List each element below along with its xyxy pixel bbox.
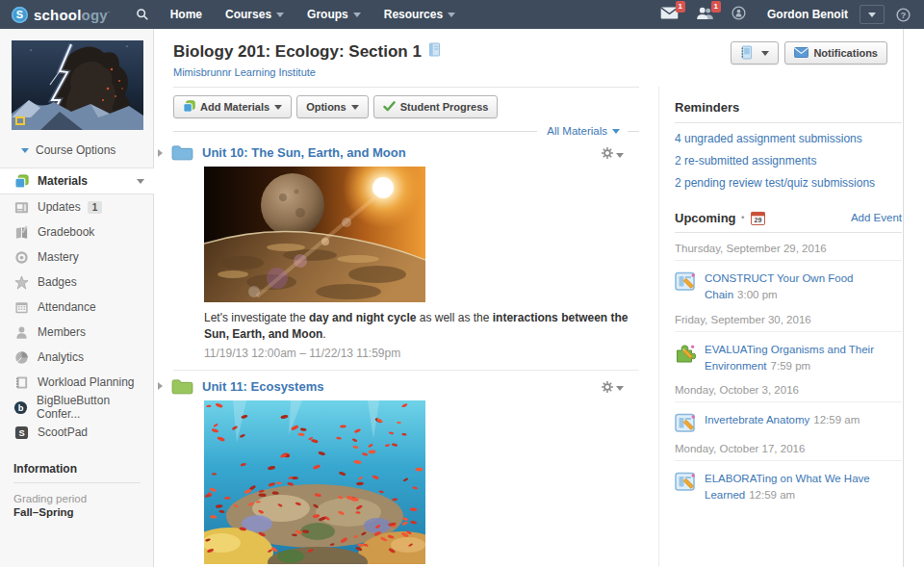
messages-icon[interactable]: 1 — [660, 6, 679, 23]
folder-blue-icon[interactable] — [171, 144, 193, 161]
materials-icon — [13, 173, 29, 189]
check-icon — [383, 101, 396, 114]
upcoming-date-group: Monday, October 3, 2016Invertebrate Anat… — [675, 374, 902, 433]
analytics-icon — [13, 349, 29, 365]
notifications-button[interactable]: Notifications — [784, 41, 887, 64]
nav-item-courses[interactable]: Courses — [225, 8, 284, 21]
sidebar-item-scootpad[interactable]: SScootPad — [0, 420, 153, 445]
primary-nav: HomeCoursesGroupsResources — [170, 8, 478, 21]
unit-date-range: 11/19/13 12:00am – 11/22/13 11:59pm — [204, 347, 639, 360]
sidebar-item-badges[interactable]: Badges — [0, 270, 153, 295]
sidebar-item-gradebook[interactable]: Gradebook — [0, 219, 153, 245]
sidebar-item-members[interactable]: Members — [0, 320, 153, 345]
header-buttons: Notifications — [731, 41, 887, 64]
envelope-blue-icon — [794, 47, 808, 60]
sidebar-item-bigbluebutton-confer[interactable]: bBigBlueButton Confer... — [0, 395, 153, 420]
upcoming-date-group: Thursday, September 29, 2016CONSTRUCT Yo… — [675, 233, 902, 304]
material-folder-row: Unit 10: The Sun, Earth, and Moon — [158, 144, 639, 161]
add-materials-button[interactable]: Add Materials — [173, 95, 292, 118]
unit-folder-link[interactable]: Unit 11: Ecosystems — [202, 379, 323, 394]
nav-item-resources[interactable]: Resources — [384, 8, 455, 21]
connections-badge: 1 — [711, 1, 721, 13]
chevron-down-icon — [276, 13, 284, 17]
sidebar-item-label: Badges — [38, 275, 77, 289]
help-icon[interactable]: ? — [896, 8, 911, 22]
search-icon[interactable] — [136, 8, 149, 21]
assignment-icon — [675, 412, 696, 433]
folder-green-icon[interactable] — [171, 378, 193, 395]
sidebar-item-label: Attendance — [38, 300, 96, 314]
puzzle-icon — [675, 342, 696, 363]
notebook-icon — [740, 45, 753, 62]
course-photo — [12, 40, 143, 130]
sidebar-item-attendance[interactable]: Attendance — [0, 295, 153, 320]
reminder-link[interactable]: 2 re-submitted assignments — [675, 154, 902, 168]
user-menu-caret[interactable] — [860, 5, 885, 24]
upcoming-heading: Upcoming — [675, 211, 736, 225]
nav-item-groups[interactable]: Groups — [307, 8, 361, 21]
top-navbar: S schoology· HomeCoursesGroupsResources … — [0, 0, 924, 29]
options-button[interactable]: Options — [296, 95, 369, 118]
sidebar-item-label: Workload Planning — [38, 375, 135, 389]
materials-filter-row: All Materials — [173, 125, 639, 137]
badges-icon — [13, 274, 29, 290]
chevron-right-icon[interactable] — [158, 382, 163, 390]
sidebar-item-label: BigBlueButton Confer... — [37, 394, 143, 421]
chevron-down-icon — [137, 179, 144, 184]
course-options-button[interactable]: Course Options — [0, 130, 153, 168]
gradebook-icon — [13, 224, 29, 240]
notifications-bell-icon[interactable] — [732, 6, 746, 24]
folder-options-gear[interactable] — [601, 146, 624, 164]
information-heading: Information — [13, 462, 141, 483]
unit-body: Let's investigate the day and night cycl… — [204, 167, 639, 360]
svg-text:S: S — [18, 428, 24, 438]
mastery-icon — [13, 249, 29, 265]
materials-list: Unit 10: The Sun, Earth, and MoonLet's i… — [173, 144, 639, 564]
course-options-label: Course Options — [36, 143, 116, 157]
chevron-down-icon — [21, 148, 29, 153]
connections-icon[interactable]: 1 — [696, 6, 714, 23]
sidebar-item-analytics[interactable]: Analytics — [0, 345, 153, 370]
materials-filter-dropdown[interactable]: All Materials — [547, 125, 607, 137]
schoology-logo[interactable]: S schoology· — [12, 7, 111, 23]
unit-photo-reef — [204, 400, 639, 564]
event-link[interactable]: CONSTRUCT Your Own Food Chain — [705, 272, 853, 300]
nav-item-home[interactable]: Home — [170, 8, 202, 21]
event-time: 12:59 am — [813, 414, 860, 425]
unit-folder-link[interactable]: Unit 10: The Sun, Earth, and Moon — [202, 145, 406, 160]
nav-item-label: Courses — [225, 8, 271, 21]
sidebar-item-materials[interactable]: Materials — [0, 168, 154, 194]
event-time: 7:59 pm — [771, 360, 811, 372]
chevron-down-icon — [353, 13, 361, 17]
upcoming-date-group: Friday, September 30, 2016EVALUATing Org… — [675, 304, 902, 375]
add-event-link[interactable]: Add Event — [851, 212, 902, 223]
chevron-right-icon[interactable] — [158, 149, 163, 157]
institution-link[interactable]: Mimisbrunnr Learning Institute — [173, 66, 316, 78]
folder-options-gear[interactable] — [601, 380, 624, 398]
reminder-link[interactable]: 2 pending review test/quiz submissions — [675, 176, 902, 190]
person-broadcast-icon — [732, 6, 746, 24]
assignment-icon — [675, 471, 696, 492]
sidebar-item-mastery[interactable]: Mastery — [0, 245, 153, 270]
nav-item-label: Groups — [307, 8, 348, 21]
event-link[interactable]: Invertebrate Anatomy — [705, 414, 809, 425]
reminder-link[interactable]: 4 ungraded assignment submissions — [675, 132, 902, 145]
student-progress-button[interactable]: Student Progress — [373, 95, 499, 118]
reminders-list: 4 ungraded assignment submissions2 re-su… — [675, 132, 902, 190]
sidebar-item-label: Updates — [38, 200, 81, 214]
user-menu[interactable]: Gordon Benoit — [767, 8, 848, 21]
svg-text:29: 29 — [754, 217, 761, 223]
chevron-down-icon — [612, 129, 620, 134]
calendar-icon[interactable]: 29 — [751, 209, 765, 226]
assignment-icon — [675, 271, 696, 292]
course-materials-dropdown-button[interactable] — [731, 41, 779, 64]
svg-text:?: ? — [901, 10, 906, 19]
sidebar-item-workload-planning[interactable]: Workload Planning — [0, 370, 153, 395]
updates-icon — [13, 199, 29, 215]
dot-separator: · — [741, 209, 746, 226]
upcoming-date-group: Monday, October 17, 2016ELABORATing on W… — [675, 433, 902, 504]
chevron-down-icon — [868, 13, 876, 17]
nav-item-label: Home — [170, 8, 202, 21]
sidebar-item-updates[interactable]: Updates1 — [0, 194, 153, 219]
chevron-down-icon — [274, 105, 282, 110]
